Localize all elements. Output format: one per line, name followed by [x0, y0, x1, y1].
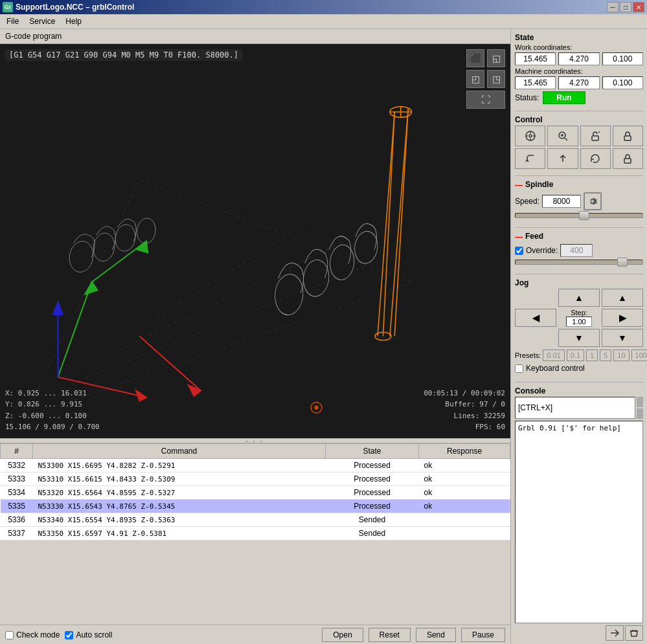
preset-01[interactable]: 0.1: [567, 350, 584, 361]
auto-scroll-checkbox[interactable]: [65, 631, 73, 639]
console-input-row: [515, 397, 643, 419]
minimize-button[interactable]: ─: [607, 2, 619, 12]
menu-file[interactable]: File: [3, 16, 23, 27]
jog-z-down-button[interactable]: ▼: [602, 329, 643, 347]
table-row[interactable]: 5332 N53300 X15.6695 Y4.8282 Z-0.5291 Pr…: [1, 459, 510, 472]
feed-section: — Feed Override:: [515, 232, 643, 267]
table-row[interactable]: 5336 N53340 X15.6554 Y4.8935 Z-0.5363 Se…: [1, 513, 510, 527]
bottom-bar: Check mode Auto scroll Open Reset Send P…: [0, 625, 510, 644]
override-label: Override:: [526, 246, 558, 255]
jog-section: Jog ▲ ▲ ◀ Step: ▶ ▼ ▼ Presets:: [515, 278, 643, 375]
reset-button[interactable]: Reset: [369, 628, 411, 642]
view-iso-button[interactable]: ◱: [487, 49, 505, 67]
view-fullscreen-button[interactable]: ⛶: [466, 91, 505, 109]
feed-header: — Feed: [515, 232, 643, 242]
jog-right-button[interactable]: ▶: [602, 309, 643, 327]
spindle-dash: —: [515, 181, 523, 190]
pause-button[interactable]: Pause: [461, 628, 505, 642]
preset-001[interactable]: 0.01: [543, 350, 564, 361]
view-top-button[interactable]: ◳: [487, 70, 505, 88]
check-mode-checkbox[interactable]: [5, 631, 14, 639]
table-row[interactable]: 5337 N53350 X15.6597 Y4.91 Z-0.5381 Send…: [1, 527, 510, 540]
row-id: 5332: [1, 459, 33, 472]
send-console-button[interactable]: [606, 625, 624, 641]
table-container[interactable]: # Command State Response 5332 N53300 X15…: [0, 443, 510, 625]
keyboard-checkbox[interactable]: [515, 364, 523, 373]
row-response: ok: [419, 472, 510, 486]
resize-handle[interactable]: • • •: [0, 438, 510, 443]
close-button[interactable]: ✕: [633, 2, 644, 12]
table-row[interactable]: 5335 N53330 X15.6543 Y4.8765 Z-0.5345 Pr…: [1, 500, 510, 513]
row-response: ok: [419, 486, 510, 500]
row-state: Sended: [325, 513, 418, 527]
auto-scroll-label: Auto scroll: [76, 630, 112, 639]
clear-console-button[interactable]: [625, 625, 643, 641]
row-state: Processed: [325, 486, 418, 500]
state-title: State: [515, 33, 643, 42]
z-range: Z: -0.600 ... 0.100: [5, 410, 100, 422]
table-row[interactable]: 5333 N53310 X15.6615 Y4.8433 Z-0.5309 Pr…: [1, 472, 510, 486]
spindle-header: — Spindle: [515, 180, 643, 190]
row-id: 5337: [1, 527, 33, 540]
view-3d-button[interactable]: ⬛: [466, 49, 484, 67]
preset-1[interactable]: 1: [586, 350, 598, 361]
spindle-slider-track: [515, 213, 643, 218]
menu-service[interactable]: Service: [25, 16, 59, 27]
zoom-fit-button[interactable]: [547, 126, 578, 146]
home-button[interactable]: [515, 126, 545, 146]
jog-left-button[interactable]: ◀: [515, 309, 556, 327]
feed-slider-thumb[interactable]: [617, 258, 628, 267]
step-input[interactable]: [566, 316, 592, 327]
preset-100[interactable]: 100: [631, 350, 647, 361]
view-front-button[interactable]: ◰: [466, 70, 484, 88]
row-id: 5334: [1, 486, 33, 500]
feed-title: Feed: [525, 232, 543, 241]
gcode-program-label: G-code program: [0, 29, 510, 44]
speed-input[interactable]: [542, 195, 581, 208]
window-controls: ─ □ ✕: [607, 2, 644, 12]
cycle-button[interactable]: [580, 148, 611, 169]
console-title: Console: [515, 386, 643, 395]
stop-button[interactable]: [613, 126, 643, 146]
svg-rect-49: [624, 159, 631, 163]
console-input[interactable]: [515, 397, 635, 419]
unlock-button[interactable]: [580, 126, 611, 146]
control-title: Control: [515, 115, 643, 124]
spindle-slider-thumb[interactable]: [579, 211, 589, 220]
return-button[interactable]: [515, 148, 545, 169]
row-state: Processed: [325, 500, 418, 513]
viewport-stats: 00:05:13 / 00:09:02 Buffer: 97 / 0 Lines…: [424, 388, 505, 433]
viewport-controls: ⬛ ◱ ◰ ◳ ⛶: [466, 49, 505, 109]
viewport[interactable]: [G1 G54 G17 G21 G90 G94 M0 M5 M9 T0 F100…: [0, 44, 510, 438]
table-row[interactable]: 5334 N53320 X15.6564 Y4.8595 Z-0.5327 Pr…: [1, 486, 510, 500]
work-x: 15.465: [515, 52, 556, 65]
open-button[interactable]: Open: [322, 628, 363, 642]
lock-button[interactable]: [613, 148, 643, 169]
preset-10[interactable]: 10: [613, 350, 629, 361]
menu-help[interactable]: Help: [62, 16, 85, 27]
row-response: [419, 513, 510, 527]
row-command: N53330 X15.6543 Y4.8765 Z-0.5345: [33, 500, 326, 513]
gcode-table: # Command State Response 5332 N53300 X15…: [0, 443, 510, 625]
up-button[interactable]: [547, 148, 578, 169]
row-state: Processed: [325, 459, 418, 472]
gear-settings-button[interactable]: [584, 192, 602, 210]
lines-stat: Lines: 32259: [424, 410, 505, 422]
presets-row: Presets: 0.01 0.1 1 5 10 100: [515, 350, 643, 361]
mach-x: 15.465: [515, 76, 556, 89]
override-checkbox[interactable]: [515, 247, 523, 255]
console-scroll-down[interactable]: [637, 408, 643, 419]
jog-z-up-button[interactable]: ▲: [602, 289, 643, 307]
jog-down-button[interactable]: ▼: [558, 329, 600, 347]
maximize-button[interactable]: □: [620, 2, 631, 12]
keyboard-label: Keyboard control: [526, 364, 585, 373]
machine-coords-label: Machine coordinates:: [515, 67, 643, 75]
position: 15.106 / 9.089 / 0.700: [5, 421, 100, 433]
title-bar: Gr SupportLogo.NCC – grblControl ─ □ ✕: [0, 0, 647, 14]
console-scroll-up[interactable]: [637, 397, 643, 407]
preset-5[interactable]: 5: [600, 350, 611, 361]
row-command: N53300 X15.6695 Y4.8282 Z-0.5291: [33, 459, 326, 472]
jog-up-button[interactable]: ▲: [558, 289, 600, 307]
spindle-title: Spindle: [525, 180, 553, 189]
send-button[interactable]: Send: [416, 628, 456, 642]
